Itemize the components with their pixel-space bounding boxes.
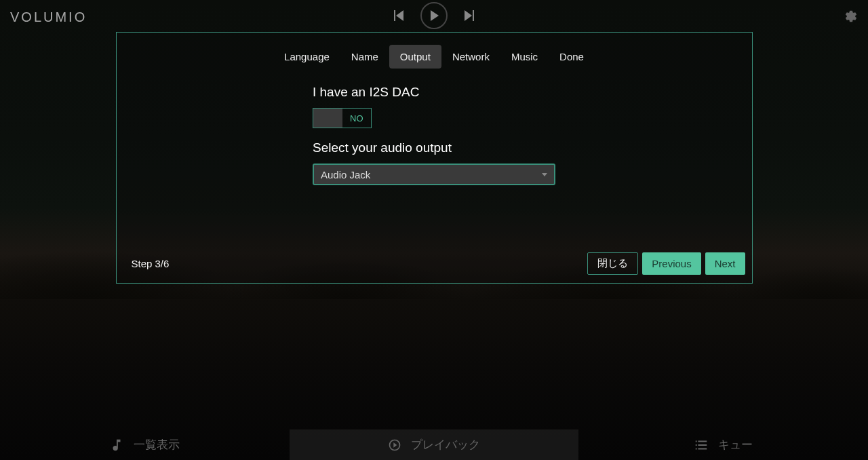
audio-output-field: Select your audio output Audio Jack bbox=[313, 140, 555, 185]
chevron-down-icon bbox=[542, 173, 547, 176]
skip-back-icon bbox=[394, 10, 403, 21]
toggle-value: NO bbox=[342, 109, 372, 128]
setup-wizard: Language Name Output Network Music Done … bbox=[116, 32, 753, 284]
player-controls bbox=[394, 2, 474, 29]
step-indicator: Step 3/6 bbox=[132, 258, 170, 269]
audio-output-select[interactable]: Audio Jack bbox=[313, 164, 555, 185]
next-track-button[interactable] bbox=[465, 10, 474, 21]
audio-output-value: Audio Jack bbox=[321, 169, 370, 180]
bottom-bar: 一覧表示 プレイバック キュー bbox=[0, 429, 868, 460]
tab-network[interactable]: Network bbox=[441, 45, 500, 69]
previous-button[interactable]: Previous bbox=[642, 252, 701, 275]
play-button[interactable] bbox=[420, 2, 448, 29]
previous-track-button[interactable] bbox=[394, 10, 403, 21]
list-icon bbox=[694, 438, 709, 453]
i2s-dac-label: I have an I2S DAC bbox=[313, 85, 555, 100]
play-circle-icon bbox=[388, 438, 401, 452]
next-button[interactable]: Next bbox=[705, 252, 745, 275]
bottom-tab-browse-label: 一覧表示 bbox=[134, 437, 180, 453]
skip-forward-icon bbox=[465, 10, 474, 21]
play-icon bbox=[429, 10, 439, 21]
i2s-dac-field: I have an I2S DAC NO bbox=[313, 85, 555, 128]
svg-rect-4 bbox=[473, 10, 474, 21]
bottom-tab-browse[interactable]: 一覧表示 bbox=[0, 429, 290, 460]
close-button[interactable]: 閉じる bbox=[587, 252, 638, 275]
toggle-off-side bbox=[313, 109, 342, 128]
gear-icon bbox=[844, 9, 858, 23]
svg-marker-2 bbox=[431, 10, 439, 21]
wizard-footer: Step 3/6 閉じる Previous Next bbox=[117, 244, 752, 283]
settings-button[interactable] bbox=[844, 9, 858, 26]
app-logo: VOLUMIO bbox=[10, 9, 87, 25]
tab-output[interactable]: Output bbox=[389, 45, 441, 69]
bottom-tab-playback[interactable]: プレイバック bbox=[290, 429, 579, 460]
svg-marker-1 bbox=[396, 10, 403, 21]
wizard-tabs: Language Name Output Network Music Done bbox=[117, 33, 752, 78]
wizard-body: I have an I2S DAC NO Select your audio o… bbox=[117, 78, 752, 244]
tab-language[interactable]: Language bbox=[273, 45, 340, 69]
bottom-tab-queue-label: キュー bbox=[718, 437, 753, 453]
tab-name[interactable]: Name bbox=[340, 45, 389, 69]
bottom-tab-queue[interactable]: キュー bbox=[578, 429, 868, 460]
top-bar: VOLUMIO bbox=[0, 0, 868, 31]
tab-done[interactable]: Done bbox=[549, 45, 595, 69]
audio-output-label: Select your audio output bbox=[313, 140, 555, 155]
music-note-icon bbox=[109, 438, 124, 453]
svg-rect-0 bbox=[394, 10, 395, 21]
svg-marker-3 bbox=[465, 10, 472, 21]
i2s-dac-toggle[interactable]: NO bbox=[313, 108, 372, 128]
tab-music[interactable]: Music bbox=[500, 45, 549, 69]
bottom-tab-playback-label: プレイバック bbox=[411, 437, 480, 453]
